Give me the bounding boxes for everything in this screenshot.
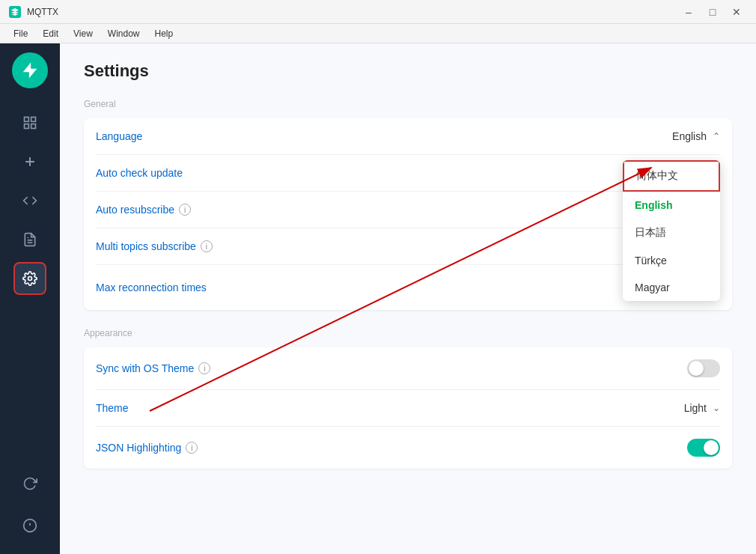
sidebar-item-connections[interactable]: [13, 106, 46, 139]
max-reconnection-label: Max reconnection times: [96, 281, 207, 293]
sidebar: [0, 43, 60, 554]
theme-dropdown-trigger[interactable]: Light ⌄: [684, 402, 720, 414]
sidebar-item-new[interactable]: [13, 145, 46, 178]
json-highlighting-info-icon[interactable]: i: [186, 442, 198, 454]
maximize-button[interactable]: □: [702, 4, 723, 19]
theme-label: Theme: [96, 402, 129, 414]
window-controls: – □ ✕: [678, 4, 747, 19]
sidebar-item-log[interactable]: [13, 223, 46, 256]
lang-option-hu[interactable]: Magyar: [623, 274, 720, 301]
sidebar-item-script[interactable]: [13, 184, 46, 217]
json-highlighting-row: JSON Highlighting i: [96, 427, 720, 469]
language-value: English ⌃ 简体中文 English 日本語: [672, 130, 720, 142]
language-dropdown-trigger[interactable]: English ⌃: [672, 130, 720, 142]
menu-bar: File Edit View Window Help: [0, 24, 756, 43]
general-section-label: General: [84, 99, 732, 109]
sync-os-theme-row: Sync with OS Theme i: [96, 347, 720, 390]
theme-value: Light ⌄: [684, 402, 720, 414]
appearance-settings-group: Sync with OS Theme i Theme Light ⌄: [84, 347, 732, 469]
chevron-down-icon: ⌄: [713, 403, 720, 413]
theme-row: Theme Light ⌄: [96, 390, 720, 427]
lang-option-zh[interactable]: 简体中文: [623, 160, 720, 192]
appearance-section-label: Appearance: [84, 328, 732, 338]
sync-os-theme-toggle[interactable]: [687, 359, 720, 377]
main-content: Settings General Language English ⌃ 简体: [60, 43, 756, 554]
language-dropdown: 简体中文 English 日本語 Türkçe Magyar: [623, 160, 720, 301]
svg-rect-3: [25, 124, 29, 129]
menu-help[interactable]: Help: [147, 27, 181, 40]
menu-edit[interactable]: Edit: [35, 27, 66, 40]
auto-check-update-label: Auto check update: [96, 167, 183, 179]
sidebar-logo[interactable]: [12, 52, 48, 88]
multi-topics-info-icon[interactable]: i: [201, 240, 213, 252]
minimize-button[interactable]: –: [678, 4, 699, 19]
menu-file[interactable]: File: [6, 27, 35, 40]
sidebar-item-updates[interactable]: [13, 467, 46, 500]
auto-resubscribe-info-icon[interactable]: i: [179, 204, 191, 216]
lang-option-ja[interactable]: 日本語: [623, 219, 720, 247]
sync-os-theme-info-icon[interactable]: i: [198, 362, 210, 374]
svg-rect-0: [25, 118, 29, 122]
theme-current-value: Light: [684, 402, 707, 414]
menu-view[interactable]: View: [66, 27, 100, 40]
chevron-up-icon: ⌃: [713, 131, 720, 141]
language-row: Language English ⌃ 简体中文 English: [96, 118, 720, 155]
app-title: MQTTX: [27, 7, 58, 17]
menu-window[interactable]: Window: [100, 27, 147, 40]
lang-option-tr[interactable]: Türkçe: [623, 247, 720, 274]
multi-topics-label: Multi topics subscribe i: [96, 240, 213, 252]
svg-rect-2: [31, 124, 36, 129]
json-highlighting-toggle[interactable]: [687, 439, 720, 457]
app-icon: [9, 6, 21, 18]
json-highlighting-value: [687, 439, 720, 457]
sync-os-theme-value: [687, 359, 720, 377]
toggle-thumb-on: [704, 440, 719, 455]
sidebar-item-about[interactable]: [13, 509, 46, 542]
lang-option-en[interactable]: English: [623, 192, 720, 219]
toggle-thumb: [689, 361, 704, 376]
general-settings-group: Language English ⌃ 简体中文 English: [84, 118, 732, 310]
sidebar-item-settings[interactable]: [13, 262, 46, 295]
language-current-value: English: [672, 130, 707, 142]
page-title: Settings: [84, 61, 732, 81]
auto-resubscribe-label: Auto resubscribe i: [96, 204, 191, 216]
json-highlighting-label: JSON Highlighting i: [96, 442, 198, 454]
title-bar: MQTTX – □ ✕: [0, 0, 756, 24]
svg-rect-1: [31, 118, 36, 122]
app-body: Settings General Language English ⌃ 简体: [0, 43, 756, 554]
sync-os-theme-label: Sync with OS Theme i: [96, 362, 210, 374]
svg-point-8: [28, 277, 32, 281]
close-button[interactable]: ✕: [726, 4, 747, 19]
language-label: Language: [96, 130, 142, 142]
